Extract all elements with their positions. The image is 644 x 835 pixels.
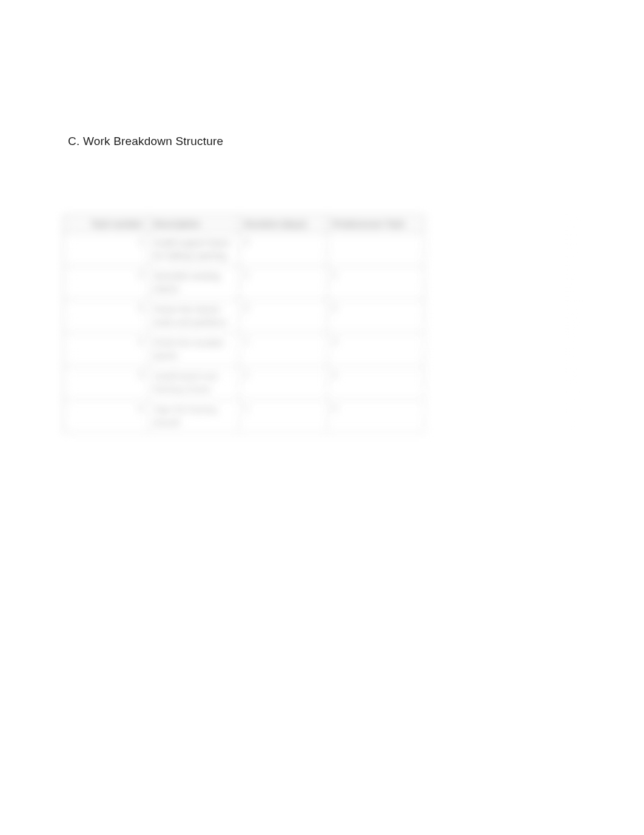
cell-task-number: 3 [64, 300, 149, 333]
wbs-table-container: Task number Description Duration (days) … [68, 215, 576, 433]
cell-duration: 2 [240, 300, 327, 333]
cell-duration: 1 [240, 333, 327, 367]
cell-predecessor: 1 [327, 266, 424, 300]
table-row: 2 Demolish existing interior 1 1 [64, 266, 424, 300]
cell-description: Finish the insulator barrier [149, 333, 240, 367]
cell-duration: 2 [240, 367, 327, 400]
wbs-table: Task number Description Duration (days) … [63, 215, 424, 433]
cell-description: Tape the framing drywall [149, 400, 240, 433]
cell-predecessor: 2 [327, 300, 424, 333]
cell-predecessor: 4 [327, 367, 424, 400]
table-row: 6 Tape the framing drywall 1 5 [64, 400, 424, 433]
header-description: Description [149, 215, 240, 233]
cell-task-number: 5 [64, 367, 149, 400]
header-predecessor: Predecessor Task [327, 215, 424, 233]
section-title: C. Work Breakdown Structure [68, 135, 576, 148]
cell-predecessor: 5 [327, 400, 424, 433]
cell-predecessor [327, 233, 424, 266]
table-row: 1 Install support beam for hallway openi… [64, 233, 424, 266]
cell-description: Install board over framing screws [149, 367, 240, 400]
header-task-number: Task number [64, 215, 149, 233]
table-row: 5 Install board over framing screws 2 4 [64, 367, 424, 400]
cell-task-number: 6 [64, 400, 149, 433]
cell-duration: 1 [240, 400, 327, 433]
table-row: 3 Frame the interior studs and partition… [64, 300, 424, 333]
cell-task-number: 2 [64, 266, 149, 300]
table-row: 4 Finish the insulator barrier 1 3 [64, 333, 424, 367]
cell-duration: 2 [240, 233, 327, 266]
header-duration: Duration (days) [240, 215, 327, 233]
cell-description: Frame the interior studs and partitions [149, 300, 240, 333]
cell-task-number: 4 [64, 333, 149, 367]
cell-description: Demolish existing interior [149, 266, 240, 300]
cell-task-number: 1 [64, 233, 149, 266]
cell-description: Install support beam for hallway opening [149, 233, 240, 266]
cell-duration: 1 [240, 266, 327, 300]
cell-predecessor: 3 [327, 333, 424, 367]
table-header-row: Task number Description Duration (days) … [64, 215, 424, 233]
